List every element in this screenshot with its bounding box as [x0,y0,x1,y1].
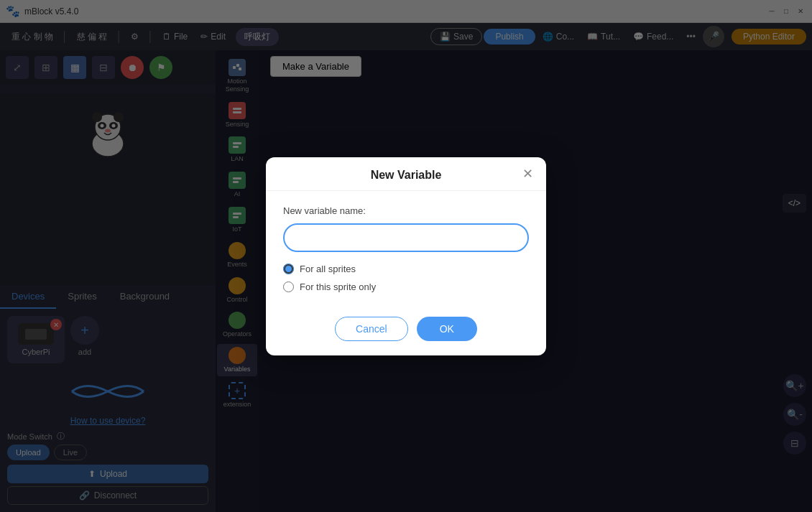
dialog-close-button[interactable]: ✕ [519,165,536,182]
modal-overlay: New Variable ✕ New variable name: For al… [0,0,812,512]
dialog-input-label: New variable name: [283,205,529,216]
radio-this-sprite[interactable]: For this sprite only [283,281,529,292]
variable-name-input[interactable] [283,223,529,252]
dialog-body: New variable name: For all sprites For t… [266,191,546,307]
dialog-footer: Cancel OK [266,307,546,355]
radio-group: For all sprites For this sprite only [283,264,529,292]
cancel-button[interactable]: Cancel [335,317,408,341]
radio-all-sprites-input[interactable] [283,264,294,274]
radio-all-sprites[interactable]: For all sprites [283,264,529,274]
radio-all-sprites-label: For all sprites [300,264,356,274]
dialog-header: New Variable ✕ [266,157,546,191]
new-variable-dialog: New Variable ✕ New variable name: For al… [266,157,546,355]
radio-this-sprite-input[interactable] [283,281,294,292]
radio-this-sprite-label: For this sprite only [300,281,376,292]
dialog-title: New Variable [371,169,442,182]
ok-button[interactable]: OK [417,317,477,341]
